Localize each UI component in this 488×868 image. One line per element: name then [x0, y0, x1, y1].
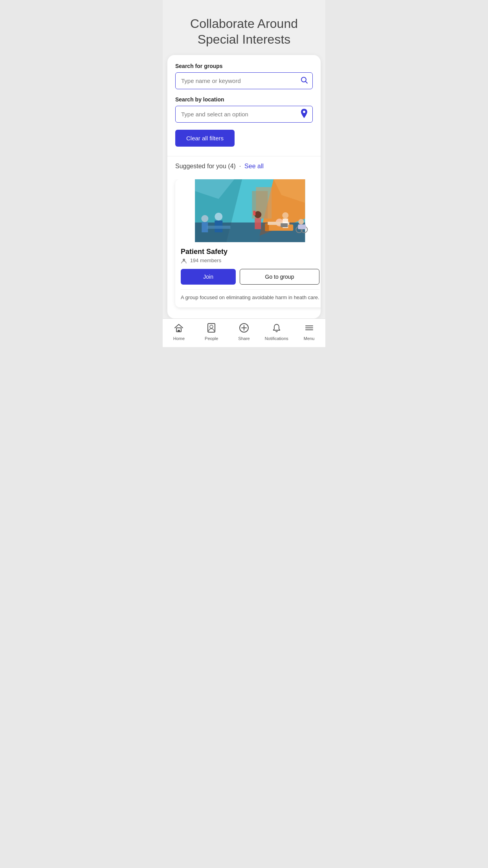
svg-point-22 — [298, 219, 304, 224]
search-section: Search for groups Search by location — [167, 55, 321, 156]
nav-menu[interactable]: Menu — [293, 323, 325, 341]
cards-scroll: Patient Safety 194 members Join Go to gr… — [167, 179, 321, 311]
groups-search-wrap — [175, 72, 313, 89]
svg-rect-25 — [298, 224, 306, 229]
suggested-section: Suggested for you (4) · See all — [167, 156, 321, 179]
share-label: Share — [238, 336, 250, 341]
svg-point-2 — [303, 110, 305, 113]
nav-share[interactable]: Share — [228, 323, 261, 341]
suggested-header: Suggested for you (4) · See all — [175, 163, 313, 170]
svg-line-1 — [306, 81, 308, 83]
group-card-image — [175, 179, 321, 242]
groups-search-label: Search for groups — [175, 63, 313, 69]
group-members: 194 members — [181, 257, 319, 264]
svg-point-39 — [210, 325, 213, 328]
group-card-body: Patient Safety 194 members Join Go to gr… — [175, 242, 321, 307]
goto-group-button[interactable]: Go to group — [240, 269, 319, 285]
nav-people[interactable]: People — [195, 323, 228, 341]
join-button[interactable]: Join — [181, 269, 236, 285]
people-icon — [206, 323, 216, 335]
svg-point-26 — [201, 215, 208, 222]
svg-rect-28 — [207, 226, 230, 229]
see-all-link[interactable]: See all — [244, 163, 264, 169]
location-pin-icon — [300, 108, 308, 120]
location-search-wrap — [175, 106, 313, 123]
group-name: Patient Safety — [181, 248, 319, 256]
home-label: Home — [173, 336, 185, 341]
home-icon — [174, 323, 184, 335]
clear-filters-button[interactable]: Clear all filters — [175, 130, 235, 147]
nav-notifications[interactable]: Notifications — [260, 323, 293, 341]
svg-point-19 — [282, 212, 288, 219]
menu-label: Menu — [304, 336, 315, 341]
location-search-label: Search by location — [175, 96, 313, 103]
svg-point-14 — [215, 213, 222, 221]
phone-container: Collaborate Around Special Interests Sea… — [163, 0, 325, 347]
group-description: A group focused on eliminating avoidable… — [181, 294, 319, 302]
people-label: People — [205, 336, 218, 341]
svg-rect-37 — [178, 330, 180, 332]
group-card-patient-safety: Patient Safety 194 members Join Go to gr… — [175, 179, 321, 307]
notifications-icon — [272, 323, 282, 335]
svg-point-31 — [183, 259, 185, 261]
bottom-nav: Home People Share — [163, 318, 325, 347]
groups-search-input[interactable] — [175, 72, 313, 89]
main-card: Search for groups Search by location — [167, 55, 321, 318]
svg-rect-18 — [253, 211, 255, 215]
notifications-label: Notifications — [265, 336, 288, 341]
location-search-input[interactable] — [175, 106, 313, 123]
menu-icon — [304, 323, 314, 335]
bottom-spacer — [167, 311, 321, 318]
svg-rect-21 — [281, 223, 288, 227]
group-actions: Join Go to group — [181, 269, 319, 285]
share-icon — [239, 323, 249, 335]
page-title: Collaborate Around Special Interests — [163, 0, 325, 55]
svg-rect-17 — [255, 218, 261, 229]
group-divider — [181, 289, 319, 290]
search-icon — [300, 76, 308, 86]
nav-home[interactable]: Home — [163, 323, 195, 341]
